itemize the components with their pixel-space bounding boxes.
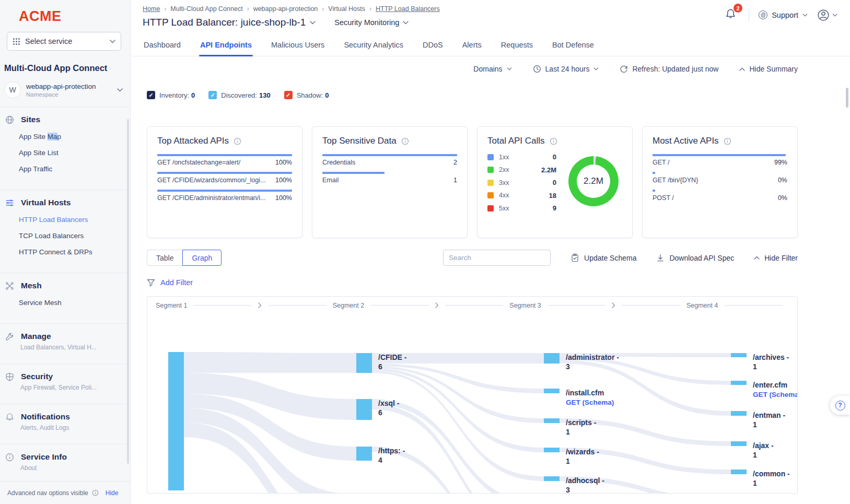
sidebar-item-app-traffic[interactable]: App Traffic <box>0 161 130 177</box>
sankey-node-label: /scripts - <box>566 418 597 427</box>
globe-icon <box>5 115 14 124</box>
sankey-node[interactable] <box>544 448 560 452</box>
hide-summary-button[interactable]: Hide Summary <box>739 65 798 73</box>
tab-requests[interactable]: Requests <box>500 36 534 56</box>
toggle-inventory[interactable]: ✓Inventory:0 <box>147 91 195 99</box>
sidebar-item-app-site-map[interactable]: App Site Map <box>0 128 130 145</box>
sidebar-item-security[interactable]: Security App Firewall, Service Poli... <box>0 364 130 397</box>
security-monitoring-menu[interactable]: Security Monitoring <box>334 18 409 27</box>
sidebar-item-service-mesh[interactable]: Service Mesh <box>0 295 130 311</box>
hide-advanced-nav-link[interactable]: Hide <box>106 489 119 497</box>
select-service-dropdown[interactable]: Select service <box>7 32 121 51</box>
namespace-selector[interactable]: W webapp-api-protection Namespace <box>4 81 130 98</box>
chevron-down-icon <box>507 67 512 71</box>
notifications-bell-button[interactable]: 2 <box>722 6 739 24</box>
sankey-node[interactable] <box>544 353 560 364</box>
api-row[interactable]: Credentials2 <box>322 154 457 166</box>
domains-dropdown[interactable]: Domains <box>473 65 511 73</box>
info-icon[interactable] <box>724 137 731 145</box>
api-row[interactable]: Email1 <box>322 172 457 184</box>
chevron-down-icon[interactable] <box>310 21 316 25</box>
refresh-button[interactable]: Refresh: Updated just now <box>620 65 718 73</box>
breadcrumb-separator: › <box>322 5 324 13</box>
sankey-node[interactable] <box>731 353 747 357</box>
sidebar-item-notifications[interactable]: Notifications Alerts, Audit Logs <box>0 404 130 438</box>
sankey-node[interactable] <box>356 353 372 373</box>
support-menu[interactable]: @ Support <box>759 10 808 19</box>
sidebar-item-service-info[interactable]: Service Info About <box>0 444 130 478</box>
breadcrumb-item[interactable]: HTTP Load Balancers <box>376 5 440 13</box>
sankey-node[interactable] <box>731 441 747 446</box>
segment-label: Segment 3 <box>509 302 541 309</box>
help-button[interactable]: ? <box>830 396 850 415</box>
api-row[interactable]: POST /0% <box>653 190 787 202</box>
sidebar-item-app-site-list[interactable]: App Site List <box>0 145 130 161</box>
update-schema-button[interactable]: Update Schema <box>570 253 636 262</box>
sankey-node[interactable] <box>544 418 560 423</box>
sankey-node[interactable] <box>356 447 372 461</box>
sankey-node[interactable] <box>168 352 184 490</box>
api-row[interactable]: GET /CFIDE/wizards/common/_logi...100% <box>157 172 292 184</box>
tab-malicious-users[interactable]: Malicious Users <box>270 36 325 56</box>
sankey-link <box>560 360 731 416</box>
api-row[interactable]: GET /99% <box>653 154 787 166</box>
add-filter-button[interactable]: Add Filter <box>147 278 798 287</box>
api-row[interactable]: GET /oncfstatechange=alert/100% <box>157 154 292 166</box>
api-row-label: GET /CFIDE/administrator/entman/i... <box>157 194 265 202</box>
tab-ddos[interactable]: DDoS <box>422 36 444 56</box>
time-range-dropdown[interactable]: Last 24 hours <box>533 65 599 73</box>
question-icon: ? <box>835 401 845 411</box>
sankey-node[interactable] <box>356 399 372 420</box>
graph-view-button[interactable]: Graph <box>182 250 222 266</box>
sankey-node[interactable] <box>544 476 560 481</box>
breadcrumb-separator: › <box>164 5 166 13</box>
toggle-discovered[interactable]: ✓Discovered:130 <box>208 91 270 99</box>
tab-bot-defense[interactable]: Bot Defense <box>551 36 595 56</box>
api-row-label: GET / <box>653 159 669 166</box>
card-most-active-apis: Most Active APIs GET /99%GET /bin/{DYN}0… <box>642 126 798 238</box>
info-icon[interactable] <box>401 137 409 145</box>
tab-security-analytics[interactable]: Security Analytics <box>343 36 404 56</box>
sankey-node-value: 1 <box>566 457 570 465</box>
api-row[interactable]: GET /bin/{DYN}0% <box>653 172 787 184</box>
progress-bar <box>157 190 292 192</box>
breadcrumb-item[interactable]: Multi-Cloud App Connect <box>170 5 242 13</box>
breadcrumb-item[interactable]: webapp-api-protection <box>253 5 318 13</box>
legend-value: 0 <box>553 153 556 161</box>
tab-bar: DashboardAPI EndpointsMalicious UsersSec… <box>131 36 850 56</box>
table-view-button[interactable]: Table <box>147 250 182 266</box>
sankey-node[interactable] <box>731 411 747 416</box>
sidebar-item-http-load-balancers[interactable]: HTTP Load Balancers <box>0 212 130 228</box>
sankey-node-label: /CFIDE - <box>378 353 407 361</box>
api-row-label: GET /oncfstatechange=alert/ <box>157 159 240 166</box>
sidebar-item-http-connect-drps[interactable]: HTTP Connect & DRPs <box>0 244 130 260</box>
sankey-node[interactable] <box>544 389 560 393</box>
info-icon[interactable] <box>234 137 241 145</box>
sankey-node[interactable] <box>731 470 747 474</box>
hide-filter-button[interactable]: Hide Filter <box>754 254 798 262</box>
sankey-node-value: 1 <box>566 428 570 436</box>
page-scrollbar[interactable] <box>846 88 848 108</box>
sidebar-item-manage[interactable]: Manage Load Balancers, Virtual H... <box>0 323 130 357</box>
search-input[interactable] <box>443 250 551 266</box>
sankey-node[interactable] <box>731 381 747 385</box>
tab-api-endpoints[interactable]: API Endpoints <box>199 36 253 56</box>
tab-alerts[interactable]: Alerts <box>461 36 483 56</box>
sidebar-scrollbar[interactable] <box>127 119 129 464</box>
sankey-node-schema-link[interactable]: GET (Schema) <box>753 391 797 398</box>
breadcrumb-item[interactable]: Virtual Hosts <box>328 5 365 13</box>
api-row-label: Email <box>322 177 339 184</box>
chevron-down-icon <box>403 21 409 25</box>
info-icon[interactable] <box>550 137 557 145</box>
breadcrumb-item[interactable]: Home <box>143 5 160 13</box>
toggle-shadow[interactable]: ✓Shadow:0 <box>284 91 329 99</box>
legend-label: 4xx <box>499 192 509 199</box>
download-api-spec-button[interactable]: Download API Spec <box>656 254 734 262</box>
sankey-node-schema-link[interactable]: GET (Schema) <box>566 398 614 406</box>
sidebar: ACME Select service Multi-Cloud App Conn… <box>0 0 131 504</box>
legend-row: 1xx0 <box>487 153 556 161</box>
sidebar-item-tcp-load-balancers[interactable]: TCP Load Balancers <box>0 228 130 244</box>
user-menu[interactable] <box>817 9 837 21</box>
tab-dashboard[interactable]: Dashboard <box>143 36 182 56</box>
api-row[interactable]: GET /CFIDE/administrator/entman/i...100% <box>157 190 292 202</box>
